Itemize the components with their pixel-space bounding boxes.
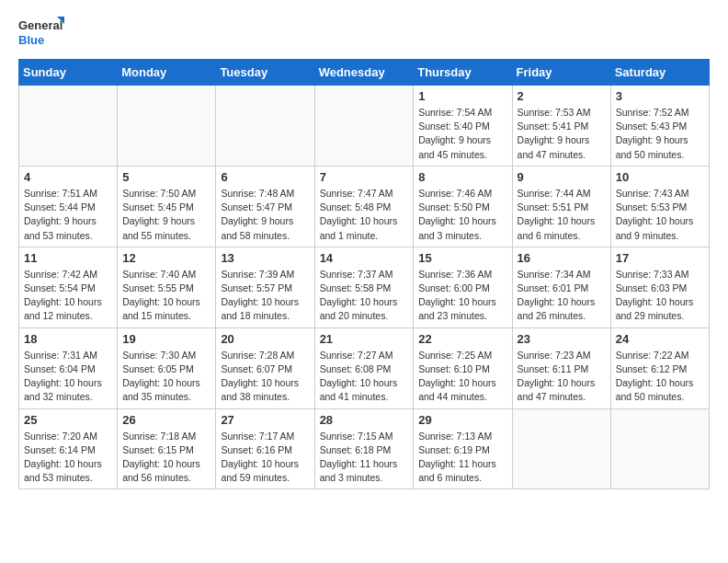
calendar-day-cell: 17Sunrise: 7:33 AMSunset: 6:03 PMDayligh…: [610, 247, 709, 327]
day-number: 5: [122, 170, 210, 184]
weekday-header: Saturday: [610, 60, 709, 86]
day-info: Sunrise: 7:22 AMSunset: 6:12 PMDaylight:…: [616, 349, 704, 405]
calendar-day-cell: 19Sunrise: 7:30 AMSunset: 6:05 PMDayligh…: [118, 327, 216, 408]
day-number: 11: [24, 251, 112, 265]
weekday-header: Friday: [512, 60, 610, 86]
day-info: Sunrise: 7:51 AMSunset: 5:44 PMDaylight:…: [24, 187, 112, 243]
calendar-day-cell: [610, 408, 709, 489]
calendar-day-cell: 2Sunrise: 7:53 AMSunset: 5:41 PMDaylight…: [512, 86, 610, 167]
calendar-day-cell: 15Sunrise: 7:36 AMSunset: 6:00 PMDayligh…: [414, 247, 512, 327]
day-number: 19: [122, 332, 210, 346]
calendar-day-cell: 28Sunrise: 7:15 AMSunset: 6:18 PMDayligh…: [314, 408, 414, 489]
calendar-day-cell: 22Sunrise: 7:25 AMSunset: 6:10 PMDayligh…: [414, 327, 512, 408]
calendar-day-cell: 25Sunrise: 7:20 AMSunset: 6:14 PMDayligh…: [19, 408, 118, 489]
day-info: Sunrise: 7:18 AMSunset: 6:15 PMDaylight:…: [122, 430, 210, 486]
day-info: Sunrise: 7:44 AMSunset: 5:51 PMDaylight:…: [518, 187, 606, 243]
day-number: 3: [616, 89, 704, 103]
day-number: 16: [518, 251, 606, 265]
weekday-header: Thursday: [414, 60, 512, 86]
logo: GeneralBlue: [18, 15, 64, 52]
calendar-day-cell: 23Sunrise: 7:23 AMSunset: 6:11 PMDayligh…: [512, 327, 610, 408]
calendar-day-cell: 18Sunrise: 7:31 AMSunset: 6:04 PMDayligh…: [19, 327, 118, 408]
day-info: Sunrise: 7:20 AMSunset: 6:14 PMDaylight:…: [24, 430, 112, 486]
day-info: Sunrise: 7:17 AMSunset: 6:16 PMDaylight:…: [221, 430, 309, 486]
day-number: 15: [418, 251, 506, 265]
day-info: Sunrise: 7:40 AMSunset: 5:55 PMDaylight:…: [122, 268, 210, 324]
day-info: Sunrise: 7:54 AMSunset: 5:40 PMDaylight:…: [418, 106, 506, 162]
day-info: Sunrise: 7:15 AMSunset: 6:18 PMDaylight:…: [320, 430, 409, 486]
calendar-day-cell: 14Sunrise: 7:37 AMSunset: 5:58 PMDayligh…: [314, 247, 414, 327]
day-info: Sunrise: 7:23 AMSunset: 6:11 PMDaylight:…: [518, 349, 606, 405]
day-info: Sunrise: 7:28 AMSunset: 6:07 PMDaylight:…: [221, 349, 309, 405]
day-info: Sunrise: 7:39 AMSunset: 5:57 PMDaylight:…: [221, 268, 309, 324]
calendar-day-cell: 29Sunrise: 7:13 AMSunset: 6:19 PMDayligh…: [414, 408, 512, 489]
day-number: 24: [616, 332, 704, 346]
day-info: Sunrise: 7:30 AMSunset: 6:05 PMDaylight:…: [122, 349, 210, 405]
weekday-header: Monday: [118, 60, 216, 86]
day-info: Sunrise: 7:31 AMSunset: 6:04 PMDaylight:…: [24, 349, 112, 405]
day-number: 8: [418, 170, 506, 184]
calendar-day-cell: 4Sunrise: 7:51 AMSunset: 5:44 PMDaylight…: [19, 166, 118, 247]
calendar-day-cell: 7Sunrise: 7:47 AMSunset: 5:48 PMDaylight…: [314, 166, 414, 247]
day-number: 7: [320, 170, 409, 184]
page-header: GeneralBlue: [18, 15, 710, 52]
day-info: Sunrise: 7:50 AMSunset: 5:45 PMDaylight:…: [122, 187, 210, 243]
day-number: 13: [221, 251, 309, 265]
day-info: Sunrise: 7:25 AMSunset: 6:10 PMDaylight:…: [418, 349, 506, 405]
svg-text:Blue: Blue: [18, 33, 44, 47]
calendar-day-cell: 13Sunrise: 7:39 AMSunset: 5:57 PMDayligh…: [216, 247, 314, 327]
day-number: 9: [518, 170, 606, 184]
day-number: 21: [320, 332, 409, 346]
calendar-week-row: 4Sunrise: 7:51 AMSunset: 5:44 PMDaylight…: [19, 166, 710, 247]
calendar-week-row: 18Sunrise: 7:31 AMSunset: 6:04 PMDayligh…: [19, 327, 710, 408]
day-number: 28: [320, 413, 409, 427]
day-number: 23: [518, 332, 606, 346]
calendar-day-cell: 26Sunrise: 7:18 AMSunset: 6:15 PMDayligh…: [118, 408, 216, 489]
calendar-week-row: 1Sunrise: 7:54 AMSunset: 5:40 PMDaylight…: [19, 86, 710, 167]
day-info: Sunrise: 7:52 AMSunset: 5:43 PMDaylight:…: [616, 106, 704, 162]
day-info: Sunrise: 7:34 AMSunset: 6:01 PMDaylight:…: [518, 268, 606, 324]
calendar-day-cell: [19, 86, 118, 167]
svg-text:General: General: [18, 18, 63, 32]
calendar-day-cell: [512, 408, 610, 489]
day-info: Sunrise: 7:13 AMSunset: 6:19 PMDaylight:…: [418, 430, 506, 486]
calendar-day-cell: 24Sunrise: 7:22 AMSunset: 6:12 PMDayligh…: [610, 327, 709, 408]
calendar-day-cell: 5Sunrise: 7:50 AMSunset: 5:45 PMDaylight…: [118, 166, 216, 247]
calendar-header-row: SundayMondayTuesdayWednesdayThursdayFrid…: [19, 60, 710, 86]
day-info: Sunrise: 7:47 AMSunset: 5:48 PMDaylight:…: [320, 187, 409, 243]
day-info: Sunrise: 7:48 AMSunset: 5:47 PMDaylight:…: [221, 187, 309, 243]
weekday-header: Tuesday: [216, 60, 314, 86]
day-info: Sunrise: 7:37 AMSunset: 5:58 PMDaylight:…: [320, 268, 409, 324]
calendar-day-cell: 9Sunrise: 7:44 AMSunset: 5:51 PMDaylight…: [512, 166, 610, 247]
weekday-header: Wednesday: [314, 60, 414, 86]
day-number: 29: [418, 413, 506, 427]
day-number: 25: [24, 413, 112, 427]
calendar-day-cell: 8Sunrise: 7:46 AMSunset: 5:50 PMDaylight…: [414, 166, 512, 247]
calendar-week-row: 11Sunrise: 7:42 AMSunset: 5:54 PMDayligh…: [19, 247, 710, 327]
calendar-day-cell: 12Sunrise: 7:40 AMSunset: 5:55 PMDayligh…: [118, 247, 216, 327]
day-info: Sunrise: 7:46 AMSunset: 5:50 PMDaylight:…: [418, 187, 506, 243]
calendar-day-cell: 11Sunrise: 7:42 AMSunset: 5:54 PMDayligh…: [19, 247, 118, 327]
calendar-day-cell: 6Sunrise: 7:48 AMSunset: 5:47 PMDaylight…: [216, 166, 314, 247]
day-number: 1: [418, 89, 506, 103]
day-number: 4: [24, 170, 112, 184]
day-number: 17: [616, 251, 704, 265]
calendar-day-cell: [118, 86, 216, 167]
calendar-day-cell: 3Sunrise: 7:52 AMSunset: 5:43 PMDaylight…: [610, 86, 709, 167]
day-info: Sunrise: 7:43 AMSunset: 5:53 PMDaylight:…: [616, 187, 704, 243]
day-info: Sunrise: 7:42 AMSunset: 5:54 PMDaylight:…: [24, 268, 112, 324]
calendar-day-cell: 20Sunrise: 7:28 AMSunset: 6:07 PMDayligh…: [216, 327, 314, 408]
calendar-week-row: 25Sunrise: 7:20 AMSunset: 6:14 PMDayligh…: [19, 408, 710, 489]
day-number: 14: [320, 251, 409, 265]
calendar-day-cell: 10Sunrise: 7:43 AMSunset: 5:53 PMDayligh…: [610, 166, 709, 247]
day-info: Sunrise: 7:36 AMSunset: 6:00 PMDaylight:…: [418, 268, 506, 324]
calendar-day-cell: [314, 86, 414, 167]
day-info: Sunrise: 7:27 AMSunset: 6:08 PMDaylight:…: [320, 349, 409, 405]
calendar-day-cell: 21Sunrise: 7:27 AMSunset: 6:08 PMDayligh…: [314, 327, 414, 408]
day-number: 2: [518, 89, 606, 103]
day-number: 22: [418, 332, 506, 346]
day-number: 18: [24, 332, 112, 346]
day-number: 27: [221, 413, 309, 427]
calendar-day-cell: [216, 86, 314, 167]
calendar-table: SundayMondayTuesdayWednesdayThursdayFrid…: [18, 59, 710, 489]
